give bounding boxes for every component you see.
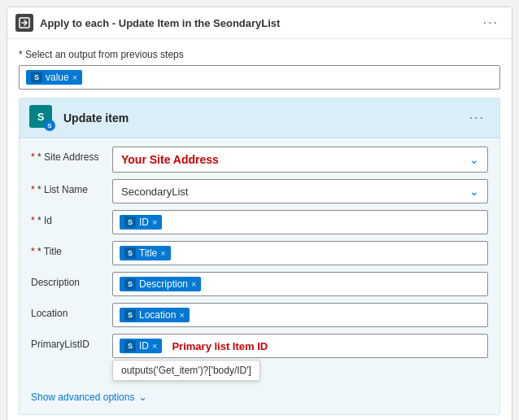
loop-icon [15,14,33,32]
show-advanced-label: Show advanced options [31,392,134,403]
list-name-dropdown[interactable]: SecondaryList ⌄ [112,179,488,203]
description-token-input[interactable]: S Description × [112,272,488,296]
site-address-row: * * Site Address Your Site Address ⌄ [31,147,488,173]
show-advanced-button[interactable]: Show advanced options ⌄ [31,387,488,406]
description-field: S Description × [112,272,488,296]
primary-list-id-extra-text: Primary list Item ID [172,340,268,352]
site-address-label: * * Site Address [31,147,112,163]
id-row: * * Id S ID × [31,210,488,234]
site-address-field: Your Site Address ⌄ [112,147,488,173]
primary-list-id-label: PrimaryListID [31,334,112,350]
select-output-input[interactable]: S value × [19,65,500,90]
inner-ellipsis-button[interactable]: ··· [464,109,490,127]
description-token-icon: S [124,278,136,290]
primary-list-id-token-wrap: S ID × Primary list Item ID [120,339,268,353]
primary-list-id-tooltip: outputs('Get_item')?['body/ID'] [112,360,260,381]
outer-body: * Select an output from previous steps S… [7,39,512,420]
description-row: Description S Description × [31,272,488,296]
inner-header: S S Update item ··· [20,98,499,138]
primary-list-id-field: S ID × Primary list Item ID outputs('Get… [112,334,488,381]
primary-list-id-token-close[interactable]: × [152,341,157,351]
title-token-icon: S [124,247,136,259]
id-token[interactable]: S ID × [120,215,162,230]
show-advanced-chevron-icon: ⌄ [138,391,147,403]
description-token-close[interactable]: × [191,279,196,289]
inner-body: * * Site Address Your Site Address ⌄ * *… [20,138,499,414]
outer-card: Apply to each - Update Item in the Seond… [7,7,512,420]
sharepoint-icon-wrap: S S [29,105,55,131]
location-token-label: Location [139,309,176,321]
value-token-icon: S [31,72,42,83]
id-label: * * Id [31,210,112,226]
list-name-label: * * List Name [31,179,112,195]
location-field: S Location × [112,303,488,327]
list-name-value: SecondaryList [121,186,188,198]
location-token-close[interactable]: × [179,310,184,320]
title-token-label: Title [139,247,157,259]
primary-list-id-token[interactable]: S ID × [120,339,162,353]
title-field: S Title × [112,241,488,265]
outer-header: Apply to each - Update Item in the Seond… [7,7,512,39]
update-item-card: S S Update item ··· * * Site Address You… [19,98,500,415]
list-name-row: * * List Name SecondaryList ⌄ [31,179,488,203]
list-name-field: SecondaryList ⌄ [112,179,488,203]
value-token-label: value [46,72,69,83]
title-token-input[interactable]: S Title × [112,241,488,265]
location-token[interactable]: S Location × [120,308,190,322]
id-token-icon: S [124,217,136,228]
id-token-label: ID [139,217,149,228]
list-name-chevron-icon: ⌄ [469,185,479,198]
title-row: * * Title S Title × [31,241,488,265]
primary-list-id-token-label: ID [139,340,149,352]
primary-list-id-token-input[interactable]: S ID × Primary list Item ID [112,334,488,358]
title-token[interactable]: S Title × [120,246,171,260]
id-field: S ID × [112,210,488,234]
id-token-input[interactable]: S ID × [112,210,488,234]
primary-list-id-row: PrimaryListID S ID × Primary list Item I… [31,334,488,381]
inner-title: Update item [63,112,456,125]
id-token-close[interactable]: × [152,217,157,227]
site-address-placeholder: Your Site Address [121,153,219,166]
description-token-label: Description [139,278,188,290]
value-token-close[interactable]: × [72,72,77,82]
title-token-close[interactable]: × [160,248,165,258]
description-label: Description [31,272,112,288]
location-token-icon: S [124,309,136,321]
location-row: Location S Location × [31,303,488,327]
primary-list-id-token-icon: S [124,340,136,352]
sharepoint-badge: S [44,120,55,131]
location-label: Location [31,303,112,319]
location-token-input[interactable]: S Location × [112,303,488,327]
title-label: * * Title [31,241,112,257]
value-token[interactable]: S value × [26,70,82,85]
outer-title: Apply to each - Update Item in the Seond… [40,17,472,29]
site-address-dropdown[interactable]: Your Site Address ⌄ [112,147,488,173]
select-label: * Select an output from previous steps [19,49,500,60]
site-address-chevron-icon: ⌄ [469,153,479,166]
description-token[interactable]: S Description × [120,277,201,291]
outer-ellipsis-button[interactable]: ··· [478,14,504,32]
